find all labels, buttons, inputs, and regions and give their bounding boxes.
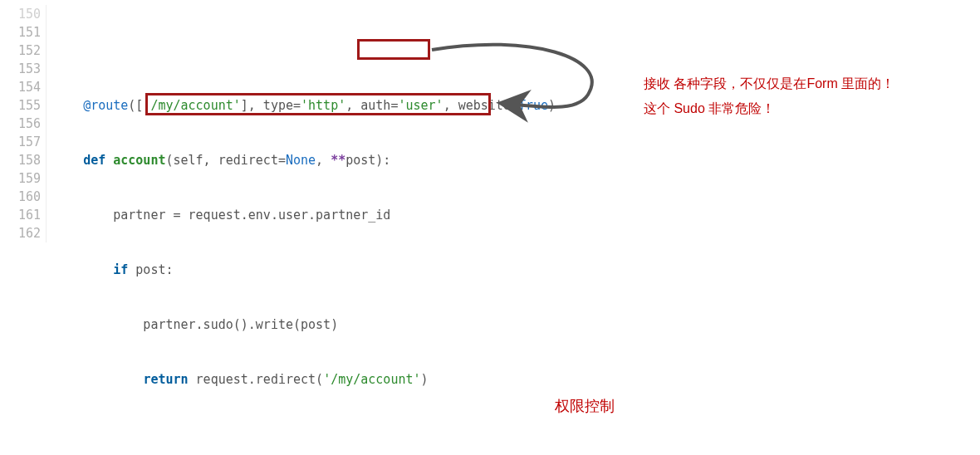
line-number: 150: [0, 5, 47, 23]
code-editor-screenshot: 150 151 152 153 154 155 156 157 158 159 …: [0, 0, 980, 455]
line-number: 151: [0, 23, 47, 42]
line-number: 158: [0, 151, 47, 169]
line-number-gutter: 150 151 152 153 154 155 156 157 158 159 …: [0, 5, 47, 242]
annotation-note-1: 接收 各种字段，不仅仅是在Form 里面的！: [644, 73, 894, 95]
highlight-box-kwargs: [357, 39, 430, 60]
line-number: 154: [0, 78, 47, 96]
line-number: 155: [0, 96, 47, 115]
line-number: 157: [0, 133, 47, 151]
line-number: 159: [0, 169, 47, 188]
line-number: 161: [0, 206, 47, 224]
code-line-156: return request.redirect('/my/account'): [53, 370, 571, 389]
annotation-note-2: 这个 Sudo 非常危险！: [644, 98, 775, 120]
code-line-152: def account(self, redirect=None, **post)…: [53, 151, 571, 169]
highlight-box-sudo-write: [145, 93, 491, 115]
line-number: 160: [0, 188, 47, 206]
line-number: 156: [0, 115, 47, 133]
code-line-153: partner = request.env.user.partner_id: [53, 206, 571, 224]
code-area: @route(['/my/account'], type='http', aut…: [53, 5, 571, 455]
line-number: 153: [0, 60, 47, 78]
line-number: 152: [0, 42, 47, 60]
footer-label: 权限控制: [555, 395, 615, 417]
code-line-154: if post:: [53, 261, 571, 279]
line-number: 162: [0, 224, 47, 242]
code-line-155: partner.sudo().write(post): [53, 316, 571, 334]
